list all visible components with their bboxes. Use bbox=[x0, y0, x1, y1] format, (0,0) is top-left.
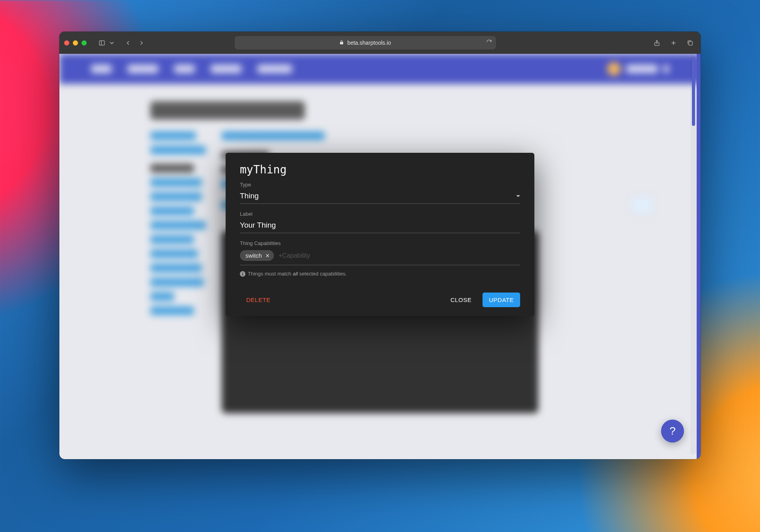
capabilities-input[interactable]: switch ✕ +Capability bbox=[240, 248, 520, 265]
modal-title: myThing bbox=[240, 163, 520, 176]
update-button[interactable]: Update bbox=[483, 293, 520, 307]
capabilities-label: Thing Capabilities bbox=[240, 240, 520, 246]
delete-button[interactable]: Delete bbox=[240, 293, 277, 307]
address-bar[interactable]: beta.sharptools.io bbox=[235, 36, 496, 49]
sidebar-toggle-button[interactable] bbox=[96, 37, 107, 48]
capabilities-hint: i Things must match all selected capabil… bbox=[240, 271, 520, 277]
forward-button[interactable] bbox=[136, 37, 147, 48]
lock-icon bbox=[339, 40, 344, 46]
capability-chip: switch ✕ bbox=[240, 250, 274, 261]
label-input[interactable] bbox=[240, 221, 520, 230]
window-controls bbox=[64, 40, 87, 46]
page-viewport: myThing Type Thing Label Thing Capabilit… bbox=[59, 54, 701, 459]
browser-window: beta.sharptools.io bbox=[59, 32, 701, 459]
url-text: beta.sharptools.io bbox=[347, 40, 391, 46]
type-field-label: Type bbox=[240, 182, 520, 188]
edit-thing-modal: myThing Type Thing Label Thing Capabilit… bbox=[226, 153, 534, 316]
label-field-label: Label bbox=[240, 211, 520, 217]
browser-toolbar: beta.sharptools.io bbox=[59, 32, 701, 54]
remove-chip-icon[interactable]: ✕ bbox=[265, 253, 270, 259]
page-scrollbar[interactable] bbox=[690, 56, 697, 454]
type-value: Thing bbox=[240, 192, 259, 200]
help-fab[interactable]: ? bbox=[661, 420, 684, 443]
caret-down-icon bbox=[516, 195, 520, 197]
sidebar-dropdown-button[interactable] bbox=[108, 37, 115, 48]
svg-rect-0 bbox=[99, 40, 104, 45]
close-window-button[interactable] bbox=[64, 40, 69, 46]
fullscreen-window-button[interactable] bbox=[82, 40, 87, 46]
tab-overview-button[interactable] bbox=[685, 37, 696, 48]
close-button[interactable]: Close bbox=[444, 293, 478, 307]
minimize-window-button[interactable] bbox=[73, 40, 78, 46]
type-select[interactable]: Thing bbox=[240, 189, 520, 204]
svg-rect-5 bbox=[689, 41, 692, 45]
share-button[interactable] bbox=[652, 37, 663, 48]
help-icon: ? bbox=[669, 425, 676, 437]
chip-text: switch bbox=[245, 252, 262, 259]
new-tab-button[interactable] bbox=[668, 37, 679, 48]
capability-placeholder: +Capability bbox=[279, 252, 310, 259]
back-button[interactable] bbox=[122, 37, 133, 48]
info-icon: i bbox=[240, 271, 245, 277]
reload-button[interactable] bbox=[486, 39, 492, 46]
